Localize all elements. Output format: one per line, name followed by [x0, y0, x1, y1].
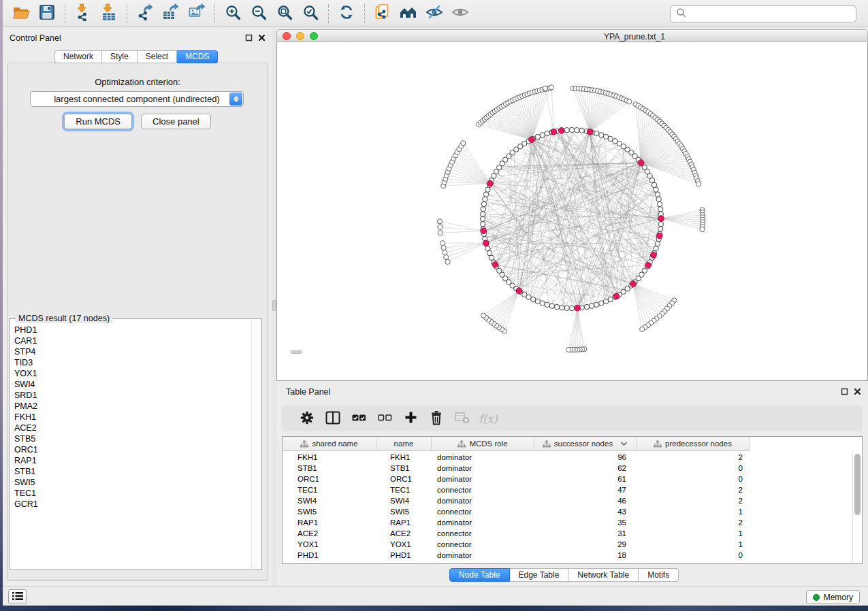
table-scrollbar-thumb[interactable]	[854, 454, 861, 515]
network-canvas[interactable]	[276, 42, 868, 381]
tab-network-table[interactable]: Network Table	[568, 568, 639, 582]
mcds-result-item[interactable]: RAP1	[14, 455, 251, 466]
toolbar-separator	[364, 4, 365, 23]
network-window: YPA_prune.txt_1	[276, 29, 868, 381]
mcds-result-item[interactable]: SWI5	[14, 477, 251, 488]
tab-select[interactable]: Select	[138, 50, 177, 63]
table-row[interactable]: ACE2ACE2connector311	[283, 528, 852, 539]
delete-table-button	[449, 408, 475, 429]
refresh-layout-button[interactable]	[334, 2, 359, 25]
zoom-in-button[interactable]	[220, 2, 246, 25]
tab-edge-table[interactable]: Edge Table	[510, 568, 569, 582]
tab-motifs[interactable]: Motifs	[639, 568, 679, 582]
table-row[interactable]: FKH1FKH1dominator962	[283, 452, 852, 463]
cell-predecessor-nodes: 2	[637, 495, 750, 506]
export-image-button[interactable]	[184, 2, 210, 25]
cell-predecessor-nodes: 1	[637, 506, 750, 517]
import-network-button[interactable]	[70, 2, 96, 25]
tab-network[interactable]: Network	[54, 50, 102, 63]
zoom-selected-button[interactable]	[298, 2, 323, 25]
horizontal-splitter-grip[interactable]	[291, 350, 302, 354]
show-graphics-details-button[interactable]	[447, 2, 473, 25]
desktop-wallpaper-left	[0, 0, 3, 606]
table-row[interactable]: RAP1RAP1dominator352	[283, 517, 852, 528]
mcds-result-item[interactable]: SWI4	[14, 379, 251, 390]
memory-button[interactable]: Memory	[806, 590, 860, 604]
cell-shared-name: TEC1	[283, 484, 376, 495]
mcds-result-item[interactable]: PHD1	[14, 325, 251, 335]
import-table-icon	[100, 3, 118, 23]
float-table-panel-icon[interactable]	[841, 388, 848, 397]
mcds-result-group: MCDS result (17 nodes) PHD1CAR1STP4TID3Y…	[9, 318, 262, 570]
table-row[interactable]: STB1STB1dominator620	[283, 463, 852, 474]
refresh-layout-icon	[338, 3, 355, 23]
search-input[interactable]	[688, 7, 856, 21]
mcds-result-item[interactable]: TID3	[14, 357, 251, 368]
tab-style[interactable]: Style	[102, 50, 138, 63]
close-panel-icon[interactable]	[258, 34, 266, 44]
hide-graphics-details-button[interactable]	[421, 2, 447, 25]
mcds-result-item[interactable]: CAR1	[14, 335, 251, 346]
table-mode-button[interactable]	[320, 408, 346, 429]
float-panel-icon[interactable]	[245, 34, 253, 44]
network-graph[interactable]	[277, 42, 867, 380]
table-row[interactable]: ORC1ORC1dominator610	[283, 474, 852, 484]
task-history-button[interactable]	[8, 589, 27, 604]
table-row[interactable]: SWI4SWI4dominator462	[283, 495, 852, 506]
save-session-button[interactable]	[34, 2, 60, 25]
deselect-all-button[interactable]	[372, 408, 398, 429]
mcds-result-item[interactable]: GCR1	[14, 499, 251, 510]
tab-mcds[interactable]: MCDS	[177, 50, 218, 63]
table-row[interactable]: YOX1YOX1connector291	[283, 539, 852, 550]
mcds-result-list[interactable]: PHD1CAR1STP4TID3YOX1SWI4SRD1PMA2FKH1ACE2…	[10, 325, 251, 569]
select-all-button[interactable]	[346, 408, 372, 429]
close-panel-button[interactable]: Close panel	[141, 114, 211, 129]
mcds-result-scrollbar[interactable]	[251, 320, 261, 569]
close-window-icon[interactable]	[283, 32, 291, 40]
run-mcds-button[interactable]: Run MCDS	[64, 114, 132, 129]
open-file-button[interactable]	[8, 2, 34, 25]
toolbar-separator	[65, 4, 65, 23]
mcds-result-item[interactable]: STP4	[14, 346, 251, 357]
column-header-name[interactable]: name	[376, 437, 432, 450]
mcds-result-item[interactable]: STB1	[14, 466, 251, 477]
function-builder-icon: f(x)	[479, 412, 497, 425]
import-table-button[interactable]	[96, 2, 122, 25]
add-column-button[interactable]	[398, 408, 423, 429]
settings-button[interactable]	[294, 408, 320, 429]
mcds-result-item[interactable]: PMA2	[14, 401, 251, 412]
column-header-MCDS-role[interactable]: MCDS role	[432, 437, 534, 450]
export-web-button[interactable]	[370, 2, 396, 25]
cell-MCDS-role: connector	[432, 484, 534, 495]
column-header-shared-name[interactable]: shared name	[283, 437, 376, 450]
tab-node-table[interactable]: Node Table	[449, 568, 510, 582]
mcds-result-item[interactable]: YOX1	[14, 368, 251, 379]
mcds-result-item[interactable]: STB5	[14, 433, 251, 444]
search-box[interactable]	[670, 5, 856, 22]
mcds-result-item[interactable]: ORC1	[14, 444, 251, 455]
table-row[interactable]: SWI5SWI5connector431	[283, 506, 852, 517]
table-tabs: Node TableEdge TableNetwork TableMotifs	[449, 568, 679, 582]
close-table-panel-icon[interactable]	[854, 388, 861, 397]
maximize-window-icon[interactable]	[310, 32, 318, 40]
cell-shared-name: FKH1	[283, 452, 376, 463]
table-row[interactable]: TEC1TEC1connector472	[283, 484, 852, 495]
minimize-window-icon[interactable]	[296, 32, 304, 40]
column-header-successor-nodes[interactable]: successor nodes	[534, 437, 637, 450]
table-scrollbar[interactable]	[852, 451, 861, 563]
export-table-button[interactable]	[158, 2, 184, 25]
network-window-titlebar[interactable]: YPA_prune.txt_1	[276, 29, 868, 42]
optimization-select[interactable]: largest connected component (undirected)	[30, 91, 244, 107]
table-row[interactable]: PHD1PHD1dominator180	[283, 550, 852, 561]
mcds-result-item[interactable]: FKH1	[14, 412, 251, 423]
mcds-result-item[interactable]: ACE2	[14, 423, 251, 433]
birdseye-view-button[interactable]	[396, 2, 421, 25]
zoom-out-button[interactable]	[246, 2, 272, 25]
delete-column-button[interactable]	[423, 408, 449, 429]
mcds-result-item[interactable]: SRD1	[14, 390, 251, 401]
cell-name: TEC1	[376, 484, 432, 495]
zoom-fit-button[interactable]	[272, 2, 298, 25]
export-network-button[interactable]	[132, 2, 158, 25]
column-header-predecessor-nodes[interactable]: predecessor nodes	[637, 437, 750, 450]
mcds-result-item[interactable]: TEC1	[14, 488, 251, 499]
